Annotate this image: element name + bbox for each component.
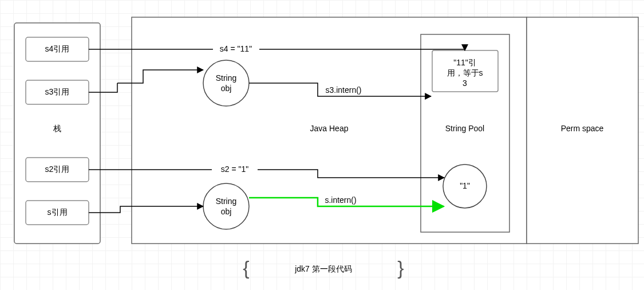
stack-region: 栈 s4引用 s3引用 s2引用 s引用 (14, 23, 100, 244)
stack-label-s2: s2引用 (45, 164, 70, 174)
stack-title: 栈 (53, 124, 61, 133)
caption-text: jdk7 第一段代码 (294, 264, 352, 273)
perm-title: Perm space (561, 124, 604, 133)
brace-left-icon: { (243, 257, 249, 279)
string-obj-bottom-l1: String (216, 197, 237, 206)
pool-ref11-l2: 用，等于s (447, 68, 483, 77)
pool-one-label: "1" (460, 181, 470, 190)
edge-s-intern-label: s.intern() (325, 195, 356, 205)
string-obj-top-l1: String (216, 73, 237, 83)
pool-ref11-l3: 3 (463, 79, 467, 88)
heap-title: Java Heap (310, 124, 349, 133)
edge-s4-label: s4 = "11" (220, 44, 252, 53)
stack-label-s4: s4引用 (45, 44, 70, 53)
string-obj-top-l2: obj (221, 84, 232, 93)
caption-region: { jdk7 第一段代码 } (243, 257, 404, 279)
perm-region: Perm space (527, 17, 638, 244)
edge-s3-intern-label: s3.intern() (325, 85, 361, 95)
string-pool-title: String Pool (445, 124, 484, 133)
stack-label-s: s引用 (48, 207, 68, 217)
stack-label-s3: s3引用 (45, 87, 70, 96)
brace-right-icon: } (397, 257, 404, 279)
string-obj-bottom-l2: obj (221, 207, 232, 216)
pool-ref11-l1: "11"引 (453, 58, 476, 67)
edge-s2-label: s2 = "1" (221, 164, 248, 174)
diagram-canvas: 栈 s4引用 s3引用 s2引用 s引用 Java Heap String Po… (0, 0, 644, 290)
